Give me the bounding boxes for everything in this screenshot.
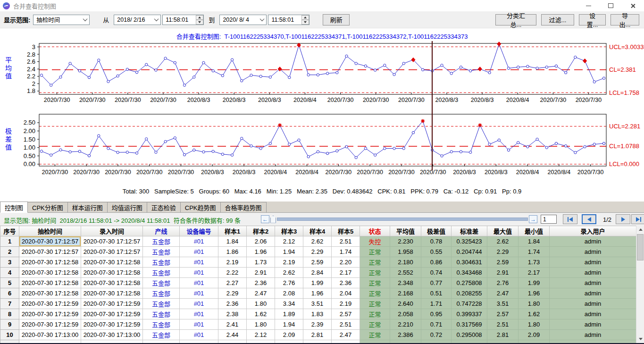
table-cell[interactable]: 1.80 <box>519 299 550 309</box>
table-cell[interactable]: 1.80 <box>519 319 550 330</box>
table-cell[interactable]: 2.51 <box>487 319 519 330</box>
table-cell[interactable]: 五金部 <box>143 288 180 299</box>
close-button[interactable] <box>622 0 644 11</box>
table-cell[interactable]: 3.51 <box>487 299 519 309</box>
column-header[interactable]: 样本3 <box>275 226 303 236</box>
table-cell[interactable]: 1.62 <box>519 309 550 319</box>
table-cell[interactable]: 2.19 <box>218 257 247 268</box>
table-cell[interactable]: 五金部 <box>143 309 180 319</box>
table-cell[interactable]: 五金部 <box>143 299 180 309</box>
vertical-scrollbar[interactable] <box>636 226 644 343</box>
table-cell[interactable]: 2.20 <box>332 257 360 268</box>
first-page-button[interactable] <box>563 214 577 224</box>
table-cell[interactable]: 正常 <box>360 309 390 319</box>
table-cell[interactable]: 2.348 <box>390 278 421 288</box>
table-cell[interactable]: admin <box>550 288 636 299</box>
column-header[interactable]: 样本2 <box>247 226 275 236</box>
table-cell[interactable]: 1.83 <box>303 309 332 319</box>
table-cell[interactable]: 2.51 <box>332 236 360 247</box>
table-cell[interactable]: 2020-07-30 17:12:57 <box>81 247 143 257</box>
column-header[interactable]: 录入用户 <box>550 226 636 236</box>
table-cell[interactable]: 1.74 <box>519 247 550 257</box>
table-cell[interactable]: 2.210 <box>390 319 421 330</box>
table-cell[interactable]: 2.44 <box>218 330 247 340</box>
column-header[interactable]: 极差值 <box>421 226 452 236</box>
table-cell[interactable]: 五金部 <box>143 319 180 330</box>
to-time-spinner[interactable]: 11:58:01 <box>268 15 309 25</box>
table-cell[interactable]: 6 <box>0 288 19 299</box>
table-cell[interactable]: 0.72 <box>421 330 452 340</box>
table-cell[interactable]: 2.09 <box>275 330 303 340</box>
table-cell[interactable]: 0.295008 <box>452 330 487 340</box>
tab-0[interactable]: 控制图 <box>0 201 28 213</box>
table-cell[interactable]: 2.59 <box>303 257 332 268</box>
table-cell[interactable]: 1.62 <box>247 309 275 319</box>
table-cell[interactable]: 1.96 <box>519 288 550 299</box>
table-cell[interactable]: 2020-07-30 17:12:58 <box>19 288 81 299</box>
table-cell[interactable]: 2020-07-30 17:12:57 <box>81 236 143 247</box>
table-cell[interactable]: 2.76 <box>275 278 303 288</box>
table-cell[interactable]: 正常 <box>360 278 390 288</box>
table-cell[interactable]: admin <box>550 247 636 257</box>
table-cell[interactable]: #01 <box>180 288 218 299</box>
column-header[interactable]: 标准差 <box>452 226 487 236</box>
table-cell[interactable]: 1.71 <box>421 299 452 309</box>
table-cell[interactable]: 1.74 <box>332 247 360 257</box>
table-cell[interactable]: 4 <box>0 268 19 278</box>
scroll-left-icon[interactable]: ← <box>261 215 269 223</box>
table-cell[interactable]: 1.86 <box>218 247 247 257</box>
table-cell[interactable]: 2020-07-30 17:12:58 <box>19 278 81 288</box>
table-cell[interactable]: 2.59 <box>487 257 519 268</box>
table-cell[interactable]: 2.12 <box>247 330 275 340</box>
spin-up-icon[interactable] <box>301 15 309 20</box>
table-cell[interactable]: 2.640 <box>390 299 421 309</box>
scrollbar-track[interactable] <box>277 218 528 221</box>
table-cell[interactable]: 9 <box>0 319 19 330</box>
table-cell[interactable]: 2.17 <box>519 268 550 278</box>
table-cell[interactable]: 2.76 <box>487 278 519 288</box>
table-cell[interactable]: 正常 <box>360 288 390 299</box>
table-cell[interactable]: 2.29 <box>487 247 519 257</box>
table-cell[interactable]: 正常 <box>360 268 390 278</box>
column-header[interactable]: 最大值 <box>487 226 519 236</box>
previous-page-button[interactable] <box>582 214 596 224</box>
table-cell[interactable]: #01 <box>180 309 218 319</box>
column-header[interactable]: 录入时间 <box>81 226 143 236</box>
tab-5[interactable]: CPK趋势图 <box>180 202 221 212</box>
table-cell[interactable]: 2.91 <box>247 268 275 278</box>
scroll-down-icon[interactable] <box>636 335 644 343</box>
table-cell[interactable]: 0.747228 <box>452 299 487 309</box>
table-cell[interactable]: 0.78 <box>421 236 452 247</box>
table-cell[interactable]: 2020-07-30 17:12:59 <box>81 299 143 309</box>
table-cell[interactable]: admin <box>550 330 636 340</box>
table-cell[interactable]: 2020-07-30 17:12:58 <box>81 257 143 268</box>
column-header[interactable]: 样本1 <box>218 226 247 236</box>
table-cell[interactable]: admin <box>550 268 636 278</box>
table-cell[interactable]: 2020-07-30 17:12:59 <box>81 319 143 330</box>
table-cell[interactable]: 正常 <box>360 299 390 309</box>
table-cell[interactable]: 2.06 <box>247 236 275 247</box>
table-cell[interactable]: 1.94 <box>275 319 303 330</box>
table-cell[interactable]: 2.84 <box>303 268 332 278</box>
minimize-button[interactable] <box>577 0 600 11</box>
table-cell[interactable]: 2020-07-30 17:12:59 <box>19 299 81 309</box>
table-cell[interactable]: 2.62 <box>275 268 303 278</box>
table-cell[interactable]: 2.19 <box>275 257 303 268</box>
table-cell[interactable]: 2.47 <box>487 288 519 299</box>
table-cell[interactable]: 2.36 <box>332 278 360 288</box>
table-cell[interactable]: 2.168 <box>390 288 421 299</box>
vscrollbar-thumb[interactable] <box>637 234 644 260</box>
table-cell[interactable]: 2020-07-30 17:12:59 <box>19 309 81 319</box>
table-cell[interactable]: 2.38 <box>218 309 247 319</box>
table-cell[interactable]: 1.73 <box>519 257 550 268</box>
table-cell[interactable]: 1.958 <box>390 247 421 257</box>
table-cell[interactable]: 2.51 <box>332 319 360 330</box>
table-cell[interactable]: 2.09 <box>519 330 550 340</box>
table-cell[interactable]: 五金部 <box>143 278 180 288</box>
table-cell[interactable]: 五金部 <box>143 268 180 278</box>
spin-down-icon[interactable] <box>301 20 309 25</box>
table-cell[interactable]: 2.57 <box>332 309 360 319</box>
table-cell[interactable]: 2020-07-30 17:12:57 <box>19 247 81 257</box>
table-cell[interactable]: #01 <box>180 299 218 309</box>
table-cell[interactable]: admin <box>550 278 636 288</box>
